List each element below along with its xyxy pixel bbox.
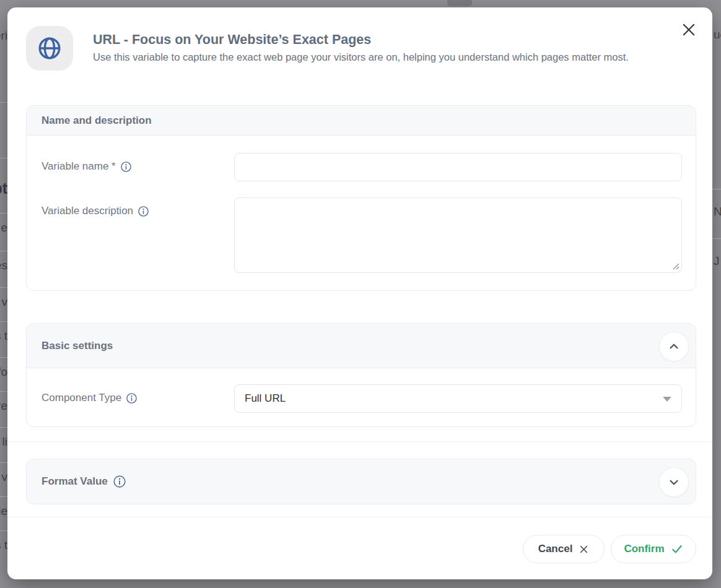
screen: eri pt s e es s v s t fo re s li s v ie … (0, 0, 721, 588)
expand-section-button[interactable] (659, 467, 689, 497)
background-text: s li (0, 435, 7, 449)
select-value: Full URL (245, 392, 286, 405)
section-basic-settings: Basic settings Component Type Full (26, 323, 696, 427)
info-icon[interactable] (126, 392, 138, 404)
dropdown-caret-icon (663, 397, 671, 402)
section-header: Basic settings (27, 324, 696, 368)
info-icon[interactable] (113, 475, 126, 488)
variable-icon-tile (26, 26, 73, 71)
chevron-down-icon (667, 475, 681, 489)
info-icon[interactable] (138, 205, 149, 217)
background-text: J (714, 254, 720, 268)
info-icon[interactable] (120, 161, 132, 173)
section-header: Name and description (27, 106, 696, 136)
background-text: s t (0, 329, 7, 343)
section-name-and-description: Name and description Variable name * Var… (26, 105, 696, 291)
cancel-x-icon (579, 544, 589, 555)
background-text: es (0, 259, 7, 272)
variable-description-label: Variable description (42, 205, 149, 217)
variable-name-input[interactable] (234, 153, 682, 181)
confirm-button[interactable]: Confirm (611, 535, 696, 563)
cancel-button[interactable]: Cancel (523, 535, 605, 563)
close-button[interactable] (679, 20, 699, 40)
modal-dialog: URL - Focus on Your Website’s Exact Page… (7, 7, 712, 579)
background-text: s v (0, 470, 7, 484)
scrollbar-thumb[interactable] (447, 0, 472, 6)
background-text: pt (0, 179, 7, 197)
background-text: s v (0, 295, 7, 309)
background-text: s t (0, 538, 7, 552)
divider (7, 441, 712, 442)
component-type-select[interactable]: Full URL (234, 384, 682, 413)
chevron-up-icon (667, 340, 681, 353)
background-text: re (0, 399, 7, 413)
variable-description-textarea[interactable] (234, 197, 682, 273)
section-format-value: Format Value (26, 459, 696, 504)
collapse-section-button[interactable] (659, 332, 689, 361)
background-text: eri (0, 29, 7, 43)
background-text: s e (0, 221, 7, 235)
variable-name-label: Variable name * (42, 160, 132, 173)
modal-description: Use this variable to capture the exact w… (93, 51, 678, 64)
section-title: Format Value (42, 475, 126, 488)
confirm-check-icon (671, 543, 683, 555)
divider (7, 517, 712, 517)
background-text: ue (714, 28, 721, 41)
section-title: Name and description (42, 115, 152, 127)
section-title: Basic settings (42, 340, 113, 352)
background-text: ie (0, 504, 7, 518)
close-icon (680, 21, 697, 38)
background-text: fo (0, 365, 7, 379)
component-type-label: Component Type (42, 392, 138, 404)
globe-icon (36, 35, 63, 62)
textarea-resize-handle[interactable] (671, 262, 679, 270)
background-text: N (714, 205, 721, 218)
modal-title: URL - Focus on Your Website’s Exact Page… (93, 32, 371, 48)
